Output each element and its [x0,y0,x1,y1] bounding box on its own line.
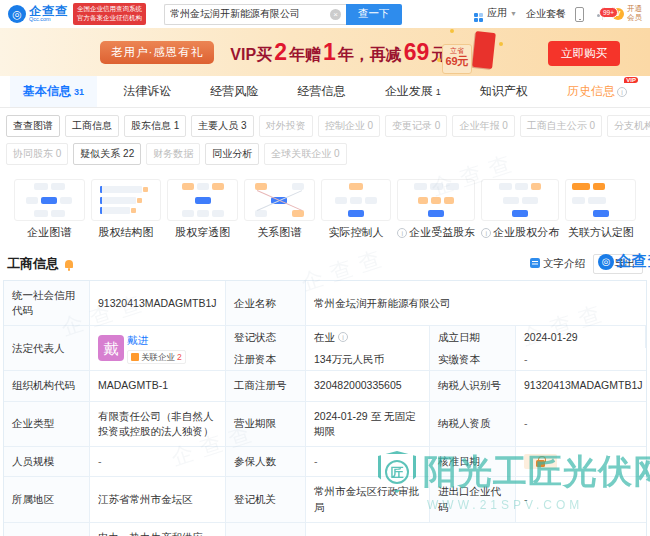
org-code-label: 组织机构代码 [4,371,90,400]
equity-distribution-thumbnail [481,179,559,221]
nav-enterprise-package[interactable]: 企业套餐 [526,7,566,21]
status-value: 在业 i [306,326,430,348]
actual-controller-thumbnail [321,179,392,221]
staff-size-label: 人员规模 [4,447,90,476]
tab-enterprise-development[interactable]: 企业发展1 [372,76,454,107]
section-title: 工商信息 [7,255,59,273]
business-info-table: 统一社会信用代码 91320413MADAGMTB1J 企业名称 常州金坛润开新… [3,280,647,536]
chip-change-records: 变更记录 0 [385,115,447,137]
tab-operation-risk[interactable]: 经营风险 [197,76,271,107]
status-label: 登记状态 [226,326,306,348]
gov-credit-badge: 全国企业信用查询系统 官方备案企业征信机构 [73,3,146,25]
qcc-logo-domain: Qcc.com [29,17,68,23]
chip-global-affiliates: 全球关联企业 0 [264,143,346,165]
reg-number-value: 320482000335605 [306,371,430,400]
paid-capital-label: 实缴资本 [430,348,516,370]
chip-shareholders[interactable]: 股东信息 1 [124,115,186,137]
registered-capital-label: 注册资本 [226,348,306,370]
chip-business-info[interactable]: 工商信息 [65,115,119,137]
tab-legal-litigation[interactable]: 法律诉讼 [110,76,184,107]
chip-industry-analysis[interactable]: 同业分析 [205,143,259,165]
import-export-code-value: - [516,477,646,521]
chip-outbound-investment: 对外投资 [259,115,313,137]
english-name-value: Changzhou Jintan Runkai New Energy Co., … [306,523,646,536]
top-header: ◎ 企查查 Qcc.com 全国企业信用查询系统 官方备案企业征信机构 × 查一… [0,0,650,28]
chip-controlled-companies: 控制企业 0 [318,115,380,137]
lock-icon [536,460,545,467]
established-value: 2024-01-29 [516,326,646,348]
chip-suspected-relations[interactable]: 疑似关系 22 [73,143,141,165]
org-code-value: MADAGMTB-1 [90,371,226,400]
chip-qcc-graph[interactable]: 查查图谱 [6,115,60,137]
approval-date-value [516,447,646,476]
company-type-label: 企业类型 [4,402,90,446]
card-equity-distribution[interactable]: i 企业股权分布 [481,179,559,240]
card-relationship-graph[interactable]: 关系图谱 [244,179,315,240]
legal-rep-avatar[interactable]: 戴 [98,335,124,361]
english-name-label: 英文名 [226,523,306,536]
subscribe-bell-icon[interactable] [65,260,73,268]
chevron-down-icon: ▼ [510,10,517,17]
chip-branches: 分支机构 0 [607,115,650,137]
card-beneficiary-shareholders[interactable]: i 企业受益股东 [397,179,475,240]
card-company-graph[interactable]: 企业图谱 [14,179,85,240]
search-input[interactable] [170,9,330,20]
taxpayer-qualification-value: - [516,402,646,446]
main-tab-bar: 基本信息31 法律诉讼 经营风险 经营信息 企业发展1 知识产权 VIP 历史信… [0,76,650,108]
region-value: 江苏省常州市金坛区 [90,477,226,521]
vip-promo-banner: 老用户·感恩有礼 VIP买2年赠1年，再减69元 立省 69元 立即购买 [0,28,650,76]
qcc-logo-icon: ◎ [8,5,26,23]
mobile-app-icon[interactable] [575,7,584,22]
equity-penetration-thumbnail [167,179,238,221]
search-button[interactable]: 查一下 [346,4,402,25]
tab-history-info[interactable]: VIP 历史信息 i [554,76,640,107]
uscc-value: 91320413MADAGMTB1J [90,281,226,325]
notification-badge: 99+ [599,7,618,18]
insured-count-label: 参保人数 [226,447,306,476]
taxpayer-qualification-label: 纳税人资质 [430,402,516,446]
industry-label: 国标行业 [4,523,90,536]
region-label: 所属地区 [4,477,90,521]
related-party-map-thumbnail [565,179,636,221]
import-export-code-label: 进出口企业代码 [430,477,516,521]
related-companies-tag[interactable]: 关联企业 2 [127,350,186,364]
legal-rep-name-link[interactable]: 戴进 [127,333,186,348]
card-equity-penetration[interactable]: 股权穿透图 [167,179,238,240]
insured-count-value: - [306,447,430,476]
approval-date-label: 核准日期 [430,447,516,476]
graph-card-row: 企业图谱 股权结构图 股权穿透图 关系图谱 实际控制人 [0,173,650,244]
tab-intellectual-property[interactable]: 知识产权 [467,76,541,107]
nav-apps[interactable]: 应用 ▼ [474,6,518,22]
qcc-logo[interactable]: ◎ 企查查 Qcc.com [8,5,68,23]
document-icon [530,258,540,268]
link-icon [131,353,139,361]
taxpayer-id-label: 纳税人识别号 [430,371,516,400]
legal-rep-label: 法定代表人 [4,326,90,370]
chip-key-personnel[interactable]: 主要人员 3 [191,115,253,137]
info-icon[interactable]: i [481,228,491,238]
chip-annual-reports: 企业年报 0 [452,115,514,137]
info-icon[interactable]: i [617,87,627,97]
qcc-watermark-icon: ◎ [598,254,614,270]
tab-basic-info[interactable]: 基本信息31 [10,76,97,107]
old-user-badge: 老用户·感恩有礼 [100,41,214,64]
card-actual-controller[interactable]: 实际控制人 [321,179,392,240]
text-intro-button[interactable]: 文字介绍 [530,257,585,271]
company-graph-thumbnail [14,179,85,221]
card-related-party-map[interactable]: 关联方认定图 [565,179,636,240]
paid-capital-value: - [516,348,646,370]
buy-now-button[interactable]: 立即购买 [548,41,620,66]
company-name-value: 常州金坛润开新能源有限公司 [306,281,646,325]
info-icon[interactable]: i [397,228,407,238]
vip-locked-value[interactable] [524,454,557,469]
registered-capital-value: 134万元人民币 [306,348,430,370]
info-icon[interactable]: i [338,332,348,342]
beneficiary-shareholders-thumbnail [397,179,475,221]
equity-structure-thumbnail [91,179,162,221]
card-equity-structure[interactable]: 股权结构图 [91,179,162,240]
relationship-graph-thumbnail [244,179,315,221]
reg-number-label: 工商注册号 [226,371,306,400]
clear-search-icon[interactable]: × [330,9,341,20]
business-term-label: 营业期限 [226,402,306,446]
tab-operation-info[interactable]: 经营信息 [284,76,358,107]
